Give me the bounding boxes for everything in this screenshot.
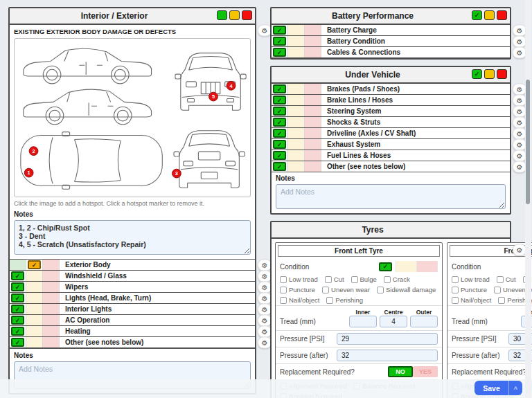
defect-checkbox[interactable]: Low tread [452,275,490,283]
car-outline-svg[interactable]: 12345 [15,39,253,197]
status-red-cell[interactable] [305,139,321,150]
settings-gear-icon[interactable]: ⚙ [513,25,526,37]
status-green-cell[interactable]: ✓ [272,36,288,46]
status-green-cell[interactable]: ✓ [10,293,26,303]
status-green-cell[interactable]: ✓ [10,315,26,325]
mark-all-green-button[interactable]: ✓ [472,10,482,20]
status-green-cell[interactable]: ✓ [272,161,288,172]
status-red-cell[interactable] [305,84,321,94]
status-amber-cell[interactable] [26,337,43,347]
status-green-cell[interactable]: ✓ [10,337,26,347]
tread-inner-input[interactable] [349,316,377,327]
status-amber-cell[interactable] [288,95,305,105]
condition-red-cell[interactable] [417,261,438,272]
status-red-cell[interactable] [43,293,60,303]
status-green-cell[interactable]: ✓ [272,106,288,116]
settings-gear-icon[interactable]: ⚙ [513,106,526,118]
hotspot-marker[interactable]: 2 [29,147,38,156]
status-amber-cell[interactable] [26,293,43,303]
save-button[interactable]: Save [475,384,508,392]
hotspot-marker[interactable]: 1 [24,168,33,177]
status-amber-cell[interactable] [288,36,305,46]
status-amber-cell[interactable] [288,47,305,57]
settings-gear-icon[interactable]: ⚙ [513,139,526,151]
replacement-yes-button[interactable]: YES [413,366,438,377]
settings-gear-icon[interactable]: ⚙ [513,95,526,107]
status-red-cell[interactable] [43,282,60,292]
status-green-cell[interactable]: ✓ [272,150,288,161]
tread-outer-input[interactable] [410,316,438,327]
status-green-cell[interactable]: ✓ [272,25,288,35]
defect-checkbox[interactable]: Crack [384,275,410,283]
status-amber-cell[interactable] [288,150,305,161]
status-green-cell[interactable]: ✓ [272,47,288,57]
settings-gear-icon[interactable]: ⚙ [513,128,526,140]
defect-checkbox[interactable]: Perishing [326,296,363,304]
settings-gear-icon[interactable]: ⚙ [258,293,272,305]
settings-gear-icon[interactable]: ⚙ [513,36,526,48]
defect-checkbox[interactable]: Low tread [280,275,318,283]
status-amber-cell[interactable] [26,282,43,292]
status-amber-cell[interactable] [288,139,305,150]
status-green-cell[interactable]: ✓ [272,95,288,105]
status-red-cell[interactable] [43,337,60,347]
defect-checkbox[interactable]: Sidewall damage [377,286,436,293]
defect-checkbox[interactable]: Puncture [280,286,315,293]
status-green-cell[interactable]: ✓ [272,84,288,94]
settings-gear-icon[interactable]: ⚙ [258,271,272,282]
status-amber-cell[interactable] [26,315,43,325]
status-green-cell[interactable]: ✓ [10,282,26,292]
mark-all-red-button[interactable] [242,10,252,20]
defect-checkbox[interactable]: Uneven wear [322,286,370,293]
mark-all-green-button[interactable]: ✓ [472,69,482,79]
status-red-cell[interactable] [43,315,60,325]
status-green-cell[interactable]: ✓ [10,271,26,281]
settings-gear-icon[interactable]: ⚙ [258,304,272,316]
hotspot-marker[interactable]: 3 [172,169,181,178]
settings-gear-icon[interactable]: ⚙ [513,117,526,129]
settings-gear-icon[interactable]: ⚙ [513,47,526,59]
status-amber-cell[interactable] [26,304,43,314]
status-amber-cell[interactable] [288,161,305,172]
status-red-cell[interactable] [43,260,60,270]
status-green-cell[interactable]: ✓ [272,117,288,127]
status-red-cell[interactable] [305,128,321,138]
status-amber-cell[interactable] [26,326,43,336]
status-green-cell[interactable]: ✓ [272,139,288,150]
status-red-cell[interactable] [43,326,60,336]
status-red-cell[interactable] [43,271,60,281]
status-amber-cell[interactable] [288,128,305,138]
defect-checkbox[interactable]: Bulge [351,275,377,283]
replacement-no-button[interactable]: NO [388,366,413,377]
pressure-psi-input[interactable] [337,333,438,345]
status-amber-cell[interactable] [288,25,305,35]
status-red-cell[interactable] [305,161,321,172]
settings-gear-icon[interactable]: ⚙ [513,161,526,173]
status-red-cell[interactable] [305,95,321,105]
settings-gear-icon[interactable]: ⚙ [258,282,272,293]
status-amber-cell[interactable] [26,271,43,281]
hotspot-marker[interactable]: 5 [209,92,218,101]
settings-gear-icon[interactable]: ⚙ [258,260,272,271]
settings-gear-icon[interactable]: ⚙ [258,25,272,37]
status-amber-cell[interactable] [288,117,305,127]
defect-checkbox[interactable]: Cut [325,275,344,283]
status-red-cell[interactable] [305,106,321,116]
condition-green-cell[interactable]: ✓ [375,261,396,272]
status-green-cell[interactable]: ✓ [10,304,26,314]
mark-all-green-button[interactable] [217,10,227,20]
pressure-after-input[interactable] [337,350,438,361]
status-green-cell[interactable] [10,260,26,270]
defect-checkbox[interactable]: Nail/object [280,296,319,304]
defect-checkbox[interactable]: Puncture [452,286,487,293]
hotspot-marker[interactable]: 4 [227,81,236,90]
status-amber-cell[interactable] [288,84,305,94]
mark-all-amber-button[interactable] [484,10,495,20]
settings-gear-icon[interactable]: ⚙ [513,84,526,96]
chevron-up-icon[interactable]: ˄ [509,385,522,392]
status-red-cell[interactable] [43,304,60,314]
condition-amber-cell[interactable] [396,261,417,272]
status-red-cell[interactable] [305,150,321,161]
settings-gear-icon[interactable]: ⚙ [258,315,272,327]
tread-centre-input[interactable] [380,316,407,327]
